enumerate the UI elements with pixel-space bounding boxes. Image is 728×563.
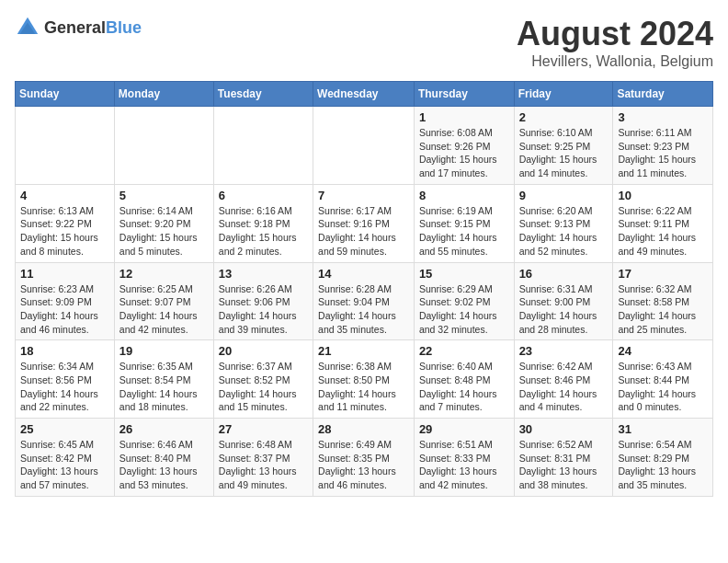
day-number: 19 bbox=[119, 344, 209, 358]
day-info: Sunrise: 6:19 AMSunset: 9:15 PMDaylight:… bbox=[419, 204, 509, 259]
day-number: 11 bbox=[20, 267, 109, 281]
header-day: Monday bbox=[114, 82, 213, 107]
day-number: 29 bbox=[419, 422, 509, 436]
day-info: Sunrise: 6:16 AMSunset: 9:18 PMDaylight:… bbox=[219, 204, 308, 259]
day-info: Sunrise: 6:45 AMSunset: 8:42 PMDaylight:… bbox=[20, 438, 109, 492]
calendar-week: 4Sunrise: 6:13 AMSunset: 9:22 PMDaylight… bbox=[16, 184, 713, 262]
day-number: 21 bbox=[318, 344, 409, 358]
header-day: Tuesday bbox=[213, 82, 313, 107]
calendar-cell bbox=[16, 107, 115, 185]
day-info: Sunrise: 6:14 AMSunset: 9:20 PMDaylight:… bbox=[119, 204, 209, 259]
day-info: Sunrise: 6:38 AMSunset: 8:50 PMDaylight:… bbox=[318, 360, 409, 414]
day-info: Sunrise: 6:51 AMSunset: 8:33 PMDaylight:… bbox=[419, 438, 509, 492]
page-header: GeneralBlue August 2024 Hevillers, Wallo… bbox=[15, 15, 713, 70]
logo-icon bbox=[15, 15, 40, 40]
header-row: SundayMondayTuesdayWednesdayThursdayFrid… bbox=[16, 82, 713, 107]
calendar-cell bbox=[213, 107, 313, 185]
day-number: 5 bbox=[119, 189, 209, 202]
day-info: Sunrise: 6:31 AMSunset: 9:00 PMDaylight:… bbox=[519, 282, 609, 337]
day-info: Sunrise: 6:48 AMSunset: 8:37 PMDaylight:… bbox=[219, 438, 308, 492]
day-info: Sunrise: 6:42 AMSunset: 8:46 PMDaylight:… bbox=[519, 360, 609, 414]
calendar-cell: 30Sunrise: 6:52 AMSunset: 8:31 PMDayligh… bbox=[514, 419, 613, 497]
calendar-cell: 26Sunrise: 6:46 AMSunset: 8:40 PMDayligh… bbox=[114, 419, 213, 497]
calendar-cell: 9Sunrise: 6:20 AMSunset: 9:13 PMDaylight… bbox=[514, 184, 613, 262]
calendar-week: 18Sunrise: 6:34 AMSunset: 8:56 PMDayligh… bbox=[16, 340, 713, 419]
day-info: Sunrise: 6:28 AMSunset: 9:04 PMDaylight:… bbox=[318, 282, 409, 337]
calendar-week: 11Sunrise: 6:23 AMSunset: 9:09 PMDayligh… bbox=[16, 262, 713, 340]
logo-text-general: General bbox=[44, 18, 106, 37]
day-number: 12 bbox=[119, 267, 209, 281]
day-info: Sunrise: 6:08 AMSunset: 9:26 PMDaylight:… bbox=[419, 126, 509, 180]
day-info: Sunrise: 6:35 AMSunset: 8:54 PMDaylight:… bbox=[119, 360, 209, 414]
calendar-cell bbox=[313, 107, 415, 185]
day-info: Sunrise: 6:23 AMSunset: 9:09 PMDaylight:… bbox=[20, 282, 109, 337]
day-info: Sunrise: 6:43 AMSunset: 8:44 PMDaylight:… bbox=[618, 360, 708, 414]
calendar-cell: 12Sunrise: 6:25 AMSunset: 9:07 PMDayligh… bbox=[114, 262, 213, 340]
day-number: 7 bbox=[318, 189, 409, 202]
calendar-cell: 27Sunrise: 6:48 AMSunset: 8:37 PMDayligh… bbox=[213, 419, 313, 497]
day-number: 31 bbox=[618, 422, 708, 436]
day-info: Sunrise: 6:40 AMSunset: 8:48 PMDaylight:… bbox=[419, 360, 509, 414]
day-info: Sunrise: 6:17 AMSunset: 9:16 PMDaylight:… bbox=[318, 204, 409, 259]
header-day: Thursday bbox=[414, 82, 514, 107]
logo-text-blue: Blue bbox=[106, 18, 142, 37]
day-info: Sunrise: 6:25 AMSunset: 9:07 PMDaylight:… bbox=[119, 282, 209, 337]
calendar-cell: 25Sunrise: 6:45 AMSunset: 8:42 PMDayligh… bbox=[16, 419, 115, 497]
day-info: Sunrise: 6:34 AMSunset: 8:56 PMDaylight:… bbox=[20, 360, 109, 414]
day-number: 2 bbox=[519, 110, 609, 124]
calendar-cell: 6Sunrise: 6:16 AMSunset: 9:18 PMDaylight… bbox=[213, 184, 313, 262]
day-number: 25 bbox=[20, 422, 109, 436]
logo: GeneralBlue bbox=[15, 15, 142, 40]
calendar-cell: 10Sunrise: 6:22 AMSunset: 9:11 PMDayligh… bbox=[613, 184, 713, 262]
day-number: 14 bbox=[318, 267, 409, 281]
calendar-cell: 24Sunrise: 6:43 AMSunset: 8:44 PMDayligh… bbox=[613, 340, 713, 419]
calendar-cell: 1Sunrise: 6:08 AMSunset: 9:26 PMDaylight… bbox=[414, 107, 514, 185]
day-info: Sunrise: 6:54 AMSunset: 8:29 PMDaylight:… bbox=[618, 438, 708, 492]
calendar-cell: 11Sunrise: 6:23 AMSunset: 9:09 PMDayligh… bbox=[16, 262, 115, 340]
day-number: 16 bbox=[519, 267, 609, 281]
day-number: 30 bbox=[519, 422, 609, 436]
day-info: Sunrise: 6:46 AMSunset: 8:40 PMDaylight:… bbox=[119, 438, 209, 492]
calendar-cell: 31Sunrise: 6:54 AMSunset: 8:29 PMDayligh… bbox=[613, 419, 713, 497]
calendar-cell: 17Sunrise: 6:32 AMSunset: 8:58 PMDayligh… bbox=[613, 262, 713, 340]
title-block: August 2024 Hevillers, Wallonia, Belgium bbox=[517, 15, 713, 70]
calendar-cell: 16Sunrise: 6:31 AMSunset: 9:00 PMDayligh… bbox=[514, 262, 613, 340]
day-number: 4 bbox=[20, 189, 109, 202]
day-number: 20 bbox=[219, 344, 308, 358]
calendar-body: 1Sunrise: 6:08 AMSunset: 9:26 PMDaylight… bbox=[16, 107, 713, 497]
calendar-cell bbox=[114, 107, 213, 185]
calendar-cell: 2Sunrise: 6:10 AMSunset: 9:25 PMDaylight… bbox=[514, 107, 613, 185]
calendar-cell: 21Sunrise: 6:38 AMSunset: 8:50 PMDayligh… bbox=[313, 340, 415, 419]
day-number: 28 bbox=[318, 422, 409, 436]
day-number: 13 bbox=[219, 267, 308, 281]
day-info: Sunrise: 6:10 AMSunset: 9:25 PMDaylight:… bbox=[519, 126, 609, 180]
header-day: Sunday bbox=[16, 82, 115, 107]
calendar-cell: 3Sunrise: 6:11 AMSunset: 9:23 PMDaylight… bbox=[613, 107, 713, 185]
day-info: Sunrise: 6:32 AMSunset: 8:58 PMDaylight:… bbox=[618, 282, 708, 337]
day-number: 10 bbox=[618, 189, 708, 202]
day-info: Sunrise: 6:11 AMSunset: 9:23 PMDaylight:… bbox=[618, 126, 708, 180]
day-info: Sunrise: 6:29 AMSunset: 9:02 PMDaylight:… bbox=[419, 282, 509, 337]
calendar-cell: 4Sunrise: 6:13 AMSunset: 9:22 PMDaylight… bbox=[16, 184, 115, 262]
calendar-title: August 2024 bbox=[517, 15, 713, 53]
calendar-week: 25Sunrise: 6:45 AMSunset: 8:42 PMDayligh… bbox=[16, 419, 713, 497]
calendar-cell: 14Sunrise: 6:28 AMSunset: 9:04 PMDayligh… bbox=[313, 262, 415, 340]
day-info: Sunrise: 6:49 AMSunset: 8:35 PMDaylight:… bbox=[318, 438, 409, 492]
calendar-cell: 13Sunrise: 6:26 AMSunset: 9:06 PMDayligh… bbox=[213, 262, 313, 340]
day-number: 8 bbox=[419, 189, 509, 202]
day-number: 9 bbox=[519, 189, 609, 202]
day-info: Sunrise: 6:20 AMSunset: 9:13 PMDaylight:… bbox=[519, 204, 609, 259]
header-day: Saturday bbox=[613, 82, 713, 107]
day-number: 23 bbox=[519, 344, 609, 358]
calendar-cell: 15Sunrise: 6:29 AMSunset: 9:02 PMDayligh… bbox=[414, 262, 514, 340]
day-number: 3 bbox=[618, 110, 708, 124]
day-number: 17 bbox=[618, 267, 708, 281]
calendar-cell: 20Sunrise: 6:37 AMSunset: 8:52 PMDayligh… bbox=[213, 340, 313, 419]
calendar-cell: 18Sunrise: 6:34 AMSunset: 8:56 PMDayligh… bbox=[16, 340, 115, 419]
day-number: 1 bbox=[419, 110, 509, 124]
calendar-subtitle: Hevillers, Wallonia, Belgium bbox=[517, 53, 713, 70]
day-number: 18 bbox=[20, 344, 109, 358]
day-info: Sunrise: 6:52 AMSunset: 8:31 PMDaylight:… bbox=[519, 438, 609, 492]
header-day: Wednesday bbox=[313, 82, 415, 107]
calendar-cell: 7Sunrise: 6:17 AMSunset: 9:16 PMDaylight… bbox=[313, 184, 415, 262]
